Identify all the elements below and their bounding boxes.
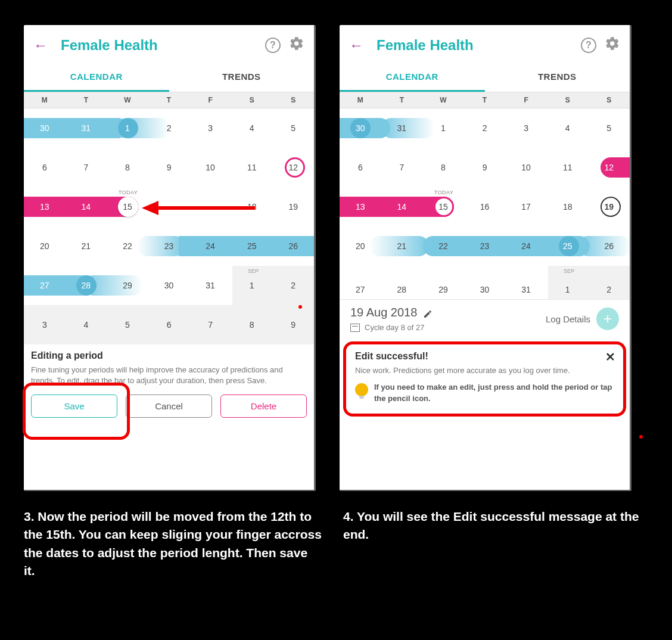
help-icon[interactable]: ? xyxy=(265,38,281,53)
cal-day[interactable]: 30 xyxy=(24,123,66,133)
cal-day[interactable]: 6 xyxy=(24,163,66,172)
cal-day[interactable]: 5 xyxy=(272,123,314,133)
cal-day[interactable]: 22 xyxy=(422,241,464,251)
cal-day[interactable]: 21 xyxy=(66,241,107,251)
cal-day[interactable]: 26 xyxy=(272,241,314,251)
cal-day[interactable]: 31 xyxy=(381,123,423,133)
cal-day[interactable]: 3 xyxy=(189,123,231,133)
cal-day[interactable]: 2 xyxy=(588,285,630,294)
cal-day[interactable]: 1 xyxy=(107,123,148,133)
cal-day[interactable]: 23 xyxy=(464,241,506,251)
tab-calendar[interactable]: CALENDAR xyxy=(340,63,485,92)
cal-day[interactable]: 3 xyxy=(24,320,66,330)
cal-day[interactable]: 16 xyxy=(464,202,506,212)
cal-day[interactable]: 30 xyxy=(148,281,190,290)
plus-icon[interactable]: + xyxy=(596,307,619,330)
cal-day[interactable]: 24 xyxy=(505,241,547,251)
cal-day[interactable]: 2 xyxy=(148,123,190,133)
back-icon[interactable]: ← xyxy=(33,37,48,54)
cal-day[interactable]: 18 xyxy=(547,202,589,212)
tab-trends[interactable]: TRENDS xyxy=(485,63,630,92)
cal-day[interactable]: 1 xyxy=(422,123,464,133)
cal-day[interactable]: 31 xyxy=(66,123,107,133)
edit-success-card: ✕ Edit successful! Nice work. Prediction… xyxy=(347,344,623,413)
cal-day[interactable]: 9 xyxy=(272,320,314,330)
cal-day[interactable]: 27 xyxy=(24,281,66,290)
back-icon[interactable]: ← xyxy=(349,37,363,54)
cal-day[interactable]: 21 xyxy=(381,241,423,251)
cal-day[interactable]: 26 xyxy=(588,241,630,251)
log-details[interactable]: Log Details + xyxy=(546,307,619,330)
cal-day[interactable]: 30 xyxy=(340,123,381,133)
pencil-icon[interactable] xyxy=(423,308,433,318)
cal-day[interactable]: 31 xyxy=(189,281,231,290)
cal-day[interactable]: 28 xyxy=(381,285,423,294)
cal-day[interactable]: 14 xyxy=(66,202,107,212)
cal-day[interactable]: 22 xyxy=(107,241,148,251)
gear-icon[interactable] xyxy=(605,36,620,55)
cal-day[interactable]: 27 xyxy=(340,285,381,294)
cal-day[interactable]: 13 xyxy=(340,202,381,212)
cal-day[interactable]: 3 xyxy=(505,123,547,133)
page-title: Female Health xyxy=(61,37,257,54)
cal-day[interactable]: 12 xyxy=(272,163,314,172)
cal-day[interactable]: 12 xyxy=(588,163,630,172)
cal-day[interactable]: 8 xyxy=(422,163,464,172)
cal-day[interactable]: 6 xyxy=(340,163,381,172)
cal-day[interactable]: 2 xyxy=(464,123,506,133)
dow: S xyxy=(231,92,273,108)
cal-day[interactable]: 30 xyxy=(464,285,506,294)
dow: F xyxy=(189,92,231,108)
cal-day[interactable]: 25 xyxy=(231,241,273,251)
cal-day[interactable]: 8 xyxy=(107,163,148,172)
day-of-week-header: M T W T F S S xyxy=(24,92,314,108)
cal-day[interactable]: 20 xyxy=(340,241,381,251)
calendar-grid[interactable]: 30 31 1 2 3 4 5 6 7 8 9 10 11 12 TODA xyxy=(340,108,630,299)
calendar-grid[interactable]: 30 31 1 2 3 4 5 6 7 8 9 10 11 12 TODA xyxy=(24,108,314,344)
cancel-button[interactable]: Cancel xyxy=(126,394,212,418)
cal-day[interactable]: 5 xyxy=(107,320,148,330)
cal-day[interactable]: 28 xyxy=(66,281,107,290)
app-header: ← Female Health ? xyxy=(340,25,630,63)
cal-day[interactable]: 10 xyxy=(505,163,547,172)
cal-day[interactable]: 7 xyxy=(189,320,231,330)
cal-day[interactable]: 4 xyxy=(66,320,107,330)
cal-day[interactable]: 23 xyxy=(148,241,190,251)
cal-day[interactable]: 9 xyxy=(148,163,190,172)
cal-day[interactable]: 11 xyxy=(231,163,273,172)
cal-day[interactable]: 20 xyxy=(24,241,66,251)
cal-day[interactable]: 7 xyxy=(381,163,423,172)
delete-button[interactable]: Delete xyxy=(220,394,307,418)
cal-day[interactable]: 17 xyxy=(505,202,547,212)
cal-day[interactable]: 8 xyxy=(231,320,273,330)
cal-day[interactable]: 19 xyxy=(272,202,314,212)
cal-day[interactable]: 10 xyxy=(189,163,231,172)
cal-day[interactable]: 29 xyxy=(107,281,148,290)
dow: W xyxy=(107,92,148,108)
tab-trends[interactable]: TRENDS xyxy=(169,63,315,92)
cal-day[interactable]: 25 xyxy=(547,241,589,251)
help-icon[interactable]: ? xyxy=(581,38,596,53)
cal-day[interactable]: 1 xyxy=(231,281,273,290)
close-icon[interactable]: ✕ xyxy=(605,350,615,364)
cal-day[interactable]: 2 xyxy=(272,281,314,290)
gear-icon[interactable] xyxy=(289,36,304,55)
cal-day[interactable]: 9 xyxy=(464,163,506,172)
cal-day[interactable]: 7 xyxy=(66,163,107,172)
cal-day[interactable]: 11 xyxy=(547,163,589,172)
cal-day[interactable]: 4 xyxy=(547,123,589,133)
cal-day[interactable]: 13 xyxy=(24,202,66,212)
cal-day[interactable]: 1 xyxy=(547,285,589,294)
cal-day[interactable]: 5 xyxy=(588,123,630,133)
cal-day[interactable]: 19 xyxy=(588,202,630,212)
cycle-text: Cycle day 8 of 27 xyxy=(365,323,424,332)
cal-day[interactable]: 15 xyxy=(422,202,464,212)
cal-day[interactable]: 24 xyxy=(189,241,231,251)
cal-day[interactable]: 6 xyxy=(148,320,190,330)
save-button[interactable]: Save xyxy=(31,394,117,418)
cal-day[interactable]: 4 xyxy=(231,123,273,133)
cal-day[interactable]: 29 xyxy=(422,285,464,294)
cal-day[interactable]: 31 xyxy=(505,285,547,294)
tab-calendar[interactable]: CALENDAR xyxy=(24,63,169,92)
cal-day[interactable]: 14 xyxy=(381,202,423,212)
